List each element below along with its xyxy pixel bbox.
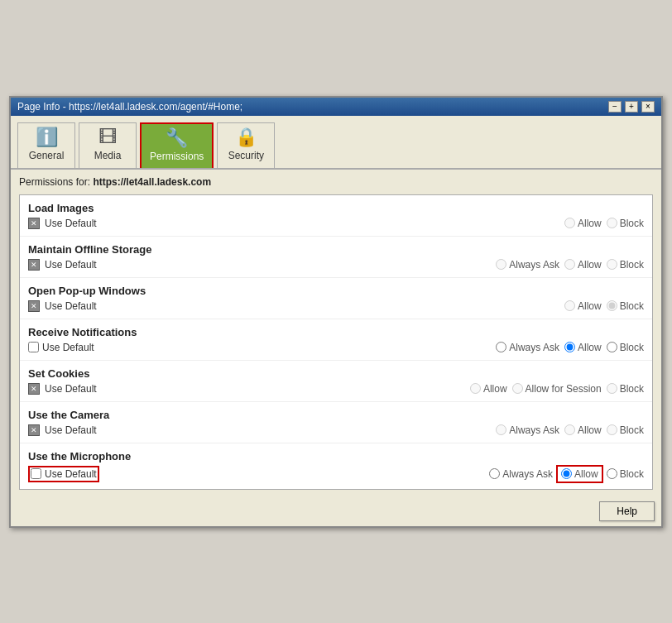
radio-block-input-camera[interactable] [607, 424, 617, 435]
radio-block-offline-storage[interactable]: Block [607, 259, 644, 271]
use-default-camera: ✕ Use Default [28, 424, 97, 436]
default-icon-camera: ✕ [28, 424, 40, 436]
use-default-label-notifications: Use Default [42, 342, 94, 353]
radio-alwaysask-camera[interactable]: Always Ask [496, 424, 559, 436]
radio-allow-input-microphone[interactable] [561, 468, 572, 479]
radio-allow-input-offline-storage[interactable] [564, 259, 575, 270]
radio-allow-input-notifications[interactable] [564, 342, 575, 352]
minimize-button[interactable]: − [608, 101, 622, 113]
use-default-checkbox-microphone[interactable] [31, 468, 41, 479]
use-default-offline-storage: ✕ Use Default [28, 259, 97, 271]
radio-group-notifications[interactable]: Always Ask Allow Block [496, 342, 644, 353]
default-icon-popup-windows: ✕ [28, 300, 40, 312]
perm-controls-offline-storage: ✕ Use Default Always Ask Allow Block [28, 259, 644, 271]
perm-row-cookies: Set Cookies ✕ Use Default Allow Allow fo… [20, 361, 652, 402]
radio-alwaysask-offline-storage[interactable]: Always Ask [496, 259, 559, 271]
use-default-notifications[interactable]: Use Default [28, 342, 94, 353]
radio-allow-microphone[interactable]: Allow [558, 467, 602, 482]
perm-controls-camera: ✕ Use Default Always Ask Allow Block [28, 424, 644, 436]
radio-block-input-microphone[interactable] [607, 468, 617, 479]
perm-title-camera: Use the Camera [28, 409, 644, 421]
radio-allow-input-popup-windows[interactable] [564, 300, 575, 311]
tab-security[interactable]: 🔒 Security [217, 122, 275, 168]
tab-general[interactable]: ℹ️ General [17, 122, 75, 168]
use-default-checkbox-notifications[interactable] [28, 342, 39, 352]
radio-allow-input-cookies[interactable] [470, 383, 481, 394]
perm-row-microphone: Use the Microphone Use Default Always As… [20, 443, 652, 489]
tab-media[interactable]: 🎞 Media [79, 122, 137, 168]
window-title: Page Info - https://let4all.ladesk.com/a… [17, 101, 242, 113]
radio-block-load-images[interactable]: Block [607, 218, 644, 229]
perm-controls-microphone: Use Default Always Ask Allow Block [28, 466, 644, 482]
radio-group-cookies[interactable]: Allow Allow for Session Block [470, 383, 644, 395]
radio-block-popup-windows[interactable]: Block [607, 300, 644, 312]
close-button[interactable]: × [641, 101, 655, 113]
radio-alwaysask-input-offline-storage[interactable] [496, 259, 506, 270]
tab-general-label: General [29, 150, 65, 161]
radio-allow-input-load-images[interactable] [564, 218, 575, 228]
permissions-for-label: Permissions for: [19, 176, 90, 188]
general-icon: ℹ️ [36, 127, 58, 148]
radio-allow-input-camera[interactable] [564, 424, 575, 435]
tab-permissions-label: Permissions [150, 151, 204, 162]
perm-controls-load-images: ✕ Use Default Allow Block [28, 218, 644, 229]
radio-alwaysask-input-camera[interactable] [496, 424, 506, 435]
use-default-load-images: ✕ Use Default [28, 218, 97, 229]
radio-block-input-cookies[interactable] [607, 383, 617, 394]
radio-allowsession-cookies[interactable]: Allow for Session [512, 383, 602, 395]
perm-title-offline-storage: Maintain Offline Storage [28, 243, 644, 256]
use-default-label-offline-storage: Use Default [45, 259, 97, 271]
default-icon-cookies: ✕ [28, 383, 40, 395]
footer: Help [11, 496, 661, 526]
radio-group-offline-storage[interactable]: Always Ask Allow Block [496, 259, 644, 271]
perm-title-microphone: Use the Microphone [28, 450, 644, 462]
radio-allow-popup-windows[interactable]: Allow [564, 300, 602, 312]
tab-permissions[interactable]: 🔧 Permissions [140, 122, 214, 168]
maximize-button[interactable]: + [625, 101, 638, 113]
radio-group-load-images[interactable]: Allow Block [564, 218, 644, 229]
radio-allow-notifications[interactable]: Allow [564, 342, 602, 353]
perm-row-popup-windows: Open Pop-up Windows ✕ Use Default Allow … [20, 278, 652, 319]
permissions-for-line: Permissions for: https://let4all.ladesk.… [19, 176, 653, 188]
perm-controls-notifications: Use Default Always Ask Allow Block [28, 342, 644, 353]
radio-allow-cookies[interactable]: Allow [470, 383, 507, 395]
radio-alwaysask-input-microphone[interactable] [489, 468, 500, 479]
radio-group-microphone[interactable]: Always Ask Allow Block [489, 467, 644, 482]
main-content: Permissions for: https://let4all.ladesk.… [11, 170, 661, 496]
window-controls: − + × [608, 101, 655, 113]
radio-block-cookies[interactable]: Block [607, 383, 644, 395]
radio-block-camera[interactable]: Block [607, 424, 644, 436]
radio-alwaysask-microphone[interactable]: Always Ask [489, 468, 553, 480]
radio-block-notifications[interactable]: Block [607, 342, 644, 353]
radio-block-input-load-images[interactable] [607, 218, 617, 228]
use-default-cookies: ✕ Use Default [28, 383, 97, 395]
radio-block-input-popup-windows[interactable] [607, 300, 617, 311]
default-icon-offline-storage: ✕ [28, 259, 40, 271]
media-icon: 🎞 [98, 127, 117, 148]
default-icon-load-images: ✕ [28, 218, 40, 229]
radio-allowsession-input-cookies[interactable] [512, 383, 523, 394]
radio-block-input-notifications[interactable] [607, 342, 617, 352]
radio-allow-load-images[interactable]: Allow [564, 218, 602, 229]
perm-title-cookies: Set Cookies [28, 367, 644, 380]
radio-alwaysask-input-notifications[interactable] [496, 342, 506, 352]
use-default-label-microphone: Use Default [45, 468, 97, 480]
help-button[interactable]: Help [599, 501, 655, 521]
perm-title-load-images: Load Images [28, 202, 644, 214]
radio-allow-camera[interactable]: Allow [564, 424, 602, 436]
radio-group-camera[interactable]: Always Ask Allow Block [496, 424, 644, 436]
radio-block-input-offline-storage[interactable] [607, 259, 617, 270]
use-default-label-camera: Use Default [45, 424, 97, 436]
use-default-microphone[interactable]: Use Default [28, 466, 99, 482]
radio-alwaysask-notifications[interactable]: Always Ask [496, 342, 559, 353]
radio-group-popup-windows[interactable]: Allow Block [564, 300, 644, 312]
page-info-window: Page Info - https://let4all.ladesk.com/a… [9, 96, 663, 528]
use-default-popup-windows: ✕ Use Default [28, 300, 97, 312]
perm-title-notifications: Receive Notifications [28, 326, 644, 338]
use-default-label-cookies: Use Default [45, 383, 97, 395]
radio-allow-offline-storage[interactable]: Allow [564, 259, 602, 271]
perm-row-offline-storage: Maintain Offline Storage ✕ Use Default A… [20, 237, 652, 278]
radio-block-microphone[interactable]: Block [607, 468, 644, 480]
use-default-label-popup-windows: Use Default [45, 300, 97, 312]
tab-security-label: Security [228, 150, 264, 161]
